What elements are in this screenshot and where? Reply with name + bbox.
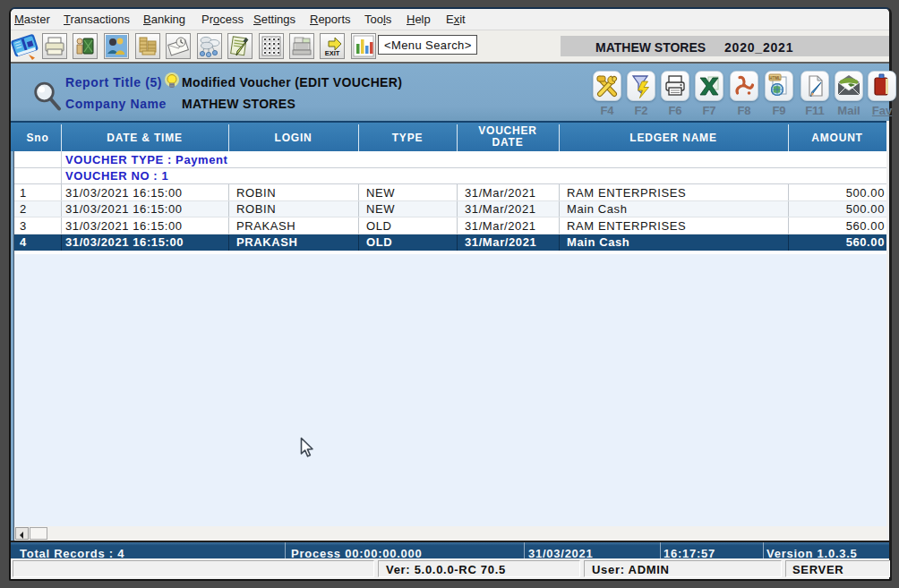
svg-text:EXIT: EXIT: [325, 49, 340, 57]
svg-text:HTML: HTML: [769, 76, 781, 81]
